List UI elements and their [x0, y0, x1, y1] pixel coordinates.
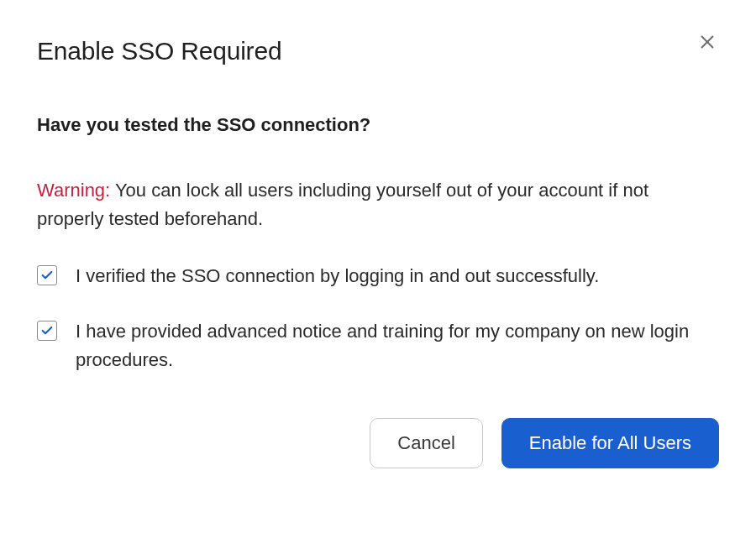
dialog-subheading: Have you tested the SSO connection? [37, 114, 719, 136]
check-label-notice[interactable]: I have provided advanced notice and trai… [76, 317, 719, 374]
close-button[interactable] [696, 30, 719, 54]
button-row: Cancel Enable for All Users [37, 418, 719, 468]
check-icon [40, 324, 54, 337]
check-icon [40, 269, 54, 282]
enable-all-users-button[interactable]: Enable for All Users [501, 418, 719, 468]
cancel-button[interactable]: Cancel [370, 418, 482, 468]
checkbox-verified[interactable] [37, 265, 57, 285]
warning-label: Warning: [37, 180, 110, 201]
checkbox-notice[interactable] [37, 321, 57, 341]
close-icon [698, 33, 717, 51]
check-item-notice: I have provided advanced notice and trai… [37, 317, 719, 374]
checklist: I verified the SSO connection by logging… [37, 262, 719, 374]
warning-message: Warning: You can lock all users includin… [37, 176, 719, 233]
check-label-verified[interactable]: I verified the SSO connection by logging… [76, 262, 599, 290]
check-item-verified: I verified the SSO connection by logging… [37, 262, 719, 290]
dialog-title: Enable SSO Required [37, 37, 719, 65]
warning-text: You can lock all users including yoursel… [37, 180, 648, 229]
enable-sso-dialog: Enable SSO Required Have you tested the … [0, 0, 756, 505]
